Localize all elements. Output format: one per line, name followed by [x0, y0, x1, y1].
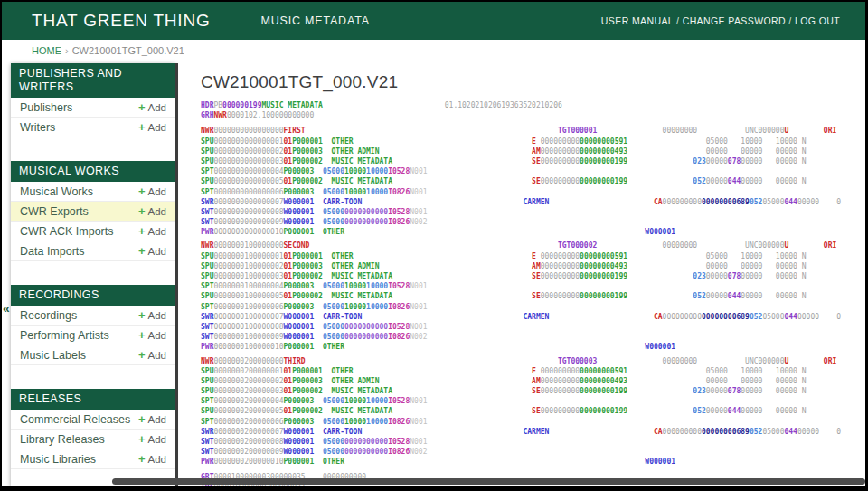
cwr-line: SPU000000000000000101P000001 OTHER E 000… [201, 137, 841, 146]
cwr-field: 05000 [323, 208, 344, 216]
cwr-field: 10000 [344, 303, 366, 311]
cwr-field: 0000000200000004 [213, 397, 283, 405]
cwr-field: 000000000 [541, 367, 580, 375]
cwr-field: 10000 [344, 397, 366, 405]
cwr-field: 052 [750, 198, 762, 206]
add-cwr-exports-link[interactable]: +Add [138, 204, 166, 218]
add-recordings-link[interactable]: +Add [138, 308, 166, 322]
cwr-field: 044 [784, 198, 797, 206]
cwr-field: HDR [201, 101, 213, 109]
cwr-spacer [323, 387, 332, 395]
plus-icon: + [138, 244, 146, 258]
cwr-spacer [323, 377, 332, 385]
cwr-field: W000001 [284, 198, 315, 206]
cwr-spacer [314, 228, 323, 236]
cwr-field: 000000000 [663, 428, 702, 436]
cwr-field: SE [532, 272, 541, 280]
add-commercial-releases-link[interactable]: +Add [138, 412, 166, 426]
cwr-field: 00000000199 [580, 177, 627, 185]
cwr-field: 0000000200000001 [213, 367, 283, 375]
cwr-field: 00000 [706, 157, 728, 165]
sidebar-item-cwr-exports[interactable]: CWR Exports+Add [11, 202, 175, 222]
add-writers-link[interactable]: +Add [138, 120, 166, 134]
cwr-field: 000000000 [541, 377, 580, 385]
cwr-field: SPU [201, 157, 213, 165]
add-musical-works-link[interactable]: +Add [138, 184, 166, 198]
cwr-field: I0528 [388, 208, 410, 216]
cwr-field: 0000000000000006 [213, 188, 283, 196]
cwr-spacer [314, 438, 323, 446]
cwr-field: I0826 [388, 418, 410, 426]
plus-icon: + [138, 100, 146, 114]
sidebar-item-commercial-releases[interactable]: Commercial Releases+Add [11, 410, 175, 430]
sidebar-item-data-imports[interactable]: Data Imports+Add [11, 241, 175, 261]
sidebar-section-releases: RELEASESCommercial Releases+AddLibrary R… [11, 389, 175, 469]
sidebar-item-writers[interactable]: Writers+Add [11, 118, 175, 137]
cwr-field: SE [532, 177, 541, 185]
sidebar-item-library-releases[interactable]: Library Releases+Add [11, 430, 175, 449]
add-performing-artists-link[interactable]: +Add [138, 328, 166, 342]
cwr-field: UNC000000 [745, 241, 784, 250]
cwr-field: 00000 00000 N [741, 157, 806, 165]
add-library-releases-link[interactable]: +Add [138, 432, 166, 446]
cwr-field: 05000 10000 10000 N [693, 367, 806, 375]
plus-icon: + [138, 308, 146, 322]
cwr-spacer [323, 137, 332, 146]
sidebar-item-publishers[interactable]: Publishers+Add [11, 98, 175, 118]
add-data-imports-link[interactable]: +Add [138, 244, 166, 258]
breadcrumb-home-link[interactable]: HOME [32, 45, 61, 56]
top-link-change-password[interactable]: CHANGE PASSWORD [683, 15, 786, 26]
top-link-log-out[interactable]: LOG OUT [795, 15, 840, 26]
sidebar-item-performing-artists[interactable]: Performing Artists+Add [11, 326, 175, 345]
cwr-field: 000000000 [663, 198, 702, 206]
cwr-field: 0000102.100000000000 [227, 111, 314, 119]
cwr-spacer [392, 387, 532, 395]
cwr-field: P000003 [292, 262, 323, 270]
cwr-spacer [306, 357, 558, 365]
cwr-field: PB [213, 101, 222, 109]
add-music-labels-link[interactable]: +Add [138, 348, 166, 362]
cwr-spacer [627, 147, 693, 156]
add-publishers-link[interactable]: +Add [138, 100, 166, 114]
cwr-field: 0000000200000002 [213, 377, 283, 385]
sidebar-item-musical-works[interactable]: Musical Works+Add [11, 182, 175, 202]
cwr-field: 000000000 [541, 272, 580, 280]
sidebar-item-recordings[interactable]: Recordings+Add [11, 306, 175, 326]
cwr-field: SPU [201, 377, 213, 385]
sidebar-item-label: CWR Exports [20, 205, 89, 218]
sidebar-item-cwr-ack-imports[interactable]: CWR ACK Imports+Add [11, 222, 175, 241]
cwr-field: 00000 0 [797, 428, 841, 436]
cwr-field: MUSIC METADATA [332, 157, 392, 165]
cwr-field: AM [532, 262, 541, 270]
cwr-field: 000000000 [541, 177, 580, 185]
cwr-field: 0000000000000010 [213, 228, 283, 236]
cwr-field: SPT [201, 188, 213, 196]
cwr-field: 000000000 [541, 147, 580, 156]
sidebar-section-musical-works: MUSICAL WORKSMusical Works+AddCWR Export… [11, 161, 175, 261]
cwr-field: 0000000000000007 [213, 198, 283, 206]
top-link-user-manual[interactable]: USER MANUAL [601, 15, 674, 26]
sidebar-item-music-libraries[interactable]: Music Libraries+Add [11, 449, 175, 469]
cwr-field: N001 [410, 167, 427, 175]
cwr-field: 01 [284, 377, 293, 385]
horizontal-scrollbar[interactable] [112, 478, 865, 485]
cwr-field: 0000000100000008 [213, 323, 283, 331]
add-music-libraries-link[interactable]: +Add [138, 452, 166, 466]
cwr-spacer [627, 387, 693, 395]
cwr-field: W000001 [284, 313, 315, 321]
cwr-field: SPU [201, 387, 213, 395]
add-cwr-ack-imports-link[interactable]: +Add [138, 224, 166, 238]
cwr-field: OTHER [332, 367, 354, 375]
sidebar-scrollbar[interactable] [175, 63, 178, 486]
sidebar-item-music-labels[interactable]: Music Labels+Add [11, 345, 175, 365]
cwr-field: N002 [410, 448, 427, 456]
collapse-sidebar-icon[interactable]: « [3, 301, 10, 316]
cwr-spacer [392, 177, 532, 185]
cwr-line: NWR0000000200000000THIRD TGT000003 00000… [201, 356, 841, 366]
cwr-field: SWR [201, 198, 213, 206]
cwr-field: 00000000 [663, 127, 698, 135]
cwr-spacer [314, 343, 323, 351]
cwr-spacer [627, 262, 693, 270]
cwr-field: 0000000100000006 [213, 303, 283, 311]
cwr-field: SPU [201, 367, 213, 375]
